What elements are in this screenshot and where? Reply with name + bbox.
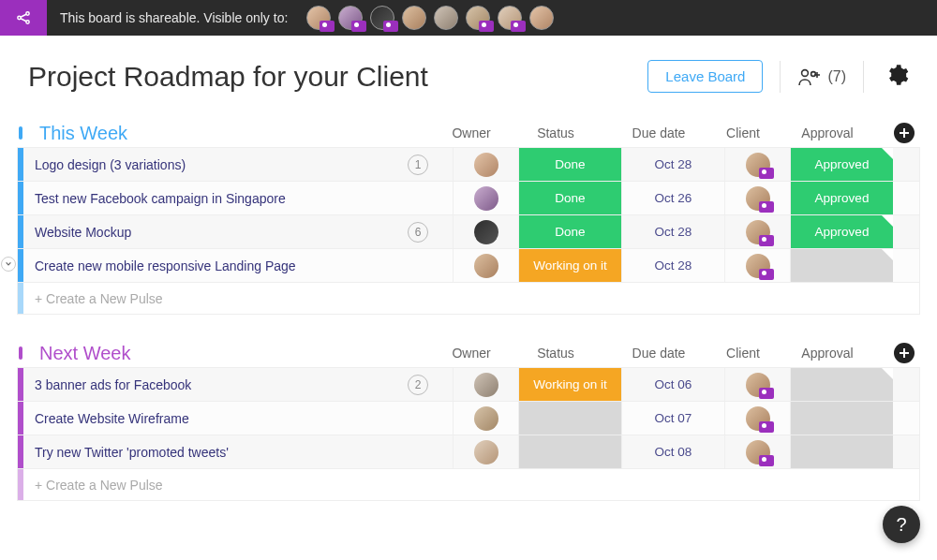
member-count: (7) — [827, 68, 846, 85]
board-header: Project Roadmap for your Client Leave Bo… — [0, 36, 937, 93]
share-icon[interactable] — [0, 0, 47, 36]
owner-avatar — [474, 220, 498, 244]
due-date-cell[interactable]: Oct 06 — [621, 368, 724, 401]
status-cell[interactable]: Done — [518, 215, 621, 248]
share-avatar[interactable] — [498, 6, 522, 30]
column-header-due[interactable]: Due date — [607, 346, 710, 361]
table-row[interactable]: Website Mockup6DoneOct 28Approved — [18, 214, 919, 248]
task-name[interactable]: Logo design (3 variations)1 — [23, 148, 453, 181]
status-cell[interactable] — [518, 435, 621, 468]
due-date-cell[interactable]: Oct 26 — [621, 182, 724, 214]
client-cell[interactable] — [724, 148, 790, 181]
add-column-button[interactable] — [894, 343, 915, 363]
table-row[interactable]: 3 banner ads for Facebook2Working on itO… — [18, 367, 919, 401]
approval-cell[interactable]: Approved — [790, 215, 893, 248]
client-cell[interactable] — [724, 249, 790, 282]
client-avatar — [746, 373, 770, 397]
task-name[interactable]: Create Website Wireframe — [23, 402, 453, 435]
column-header-client[interactable]: Client — [710, 125, 776, 140]
due-date-cell[interactable]: Oct 28 — [621, 249, 724, 282]
collapse-toggle[interactable] — [1, 257, 16, 272]
column-headers: OwnerStatusDue dateClientApproval — [439, 343, 920, 363]
new-pulse-input[interactable]: + Create a New Pulse — [23, 283, 919, 314]
owner-cell[interactable] — [453, 435, 518, 468]
owner-cell[interactable] — [453, 402, 518, 435]
invite-members-button[interactable]: (7) — [797, 66, 846, 87]
due-date-cell[interactable]: Oct 07 — [621, 402, 724, 435]
owner-cell[interactable] — [453, 148, 518, 181]
new-pulse-row[interactable]: + Create a New Pulse — [18, 468, 919, 500]
status-cell[interactable] — [518, 402, 621, 435]
group-header: This WeekOwnerStatusDue dateClientApprov… — [17, 119, 920, 147]
owner-avatar — [474, 153, 498, 177]
table-row[interactable]: Try new Twitter 'promoted tweets'Oct 08 — [18, 435, 919, 468]
owner-cell[interactable] — [453, 182, 518, 214]
column-header-status[interactable]: Status — [504, 346, 607, 361]
task-name[interactable]: Test new Facebook campaign in Singapore — [23, 182, 453, 214]
approval-cell[interactable]: Approved — [790, 182, 893, 214]
group-drag-handle[interactable] — [19, 126, 22, 140]
group-drag-handle[interactable] — [19, 346, 22, 360]
share-avatar[interactable] — [466, 6, 490, 30]
due-date-cell[interactable]: Oct 28 — [621, 148, 724, 181]
approval-cell[interactable] — [790, 368, 893, 401]
share-avatar[interactable] — [529, 6, 554, 30]
owner-cell[interactable] — [453, 368, 518, 401]
help-button[interactable]: ? — [883, 506, 920, 525]
due-date-cell[interactable]: Oct 28 — [621, 215, 724, 248]
comment-count-badge[interactable]: 1 — [408, 155, 428, 175]
column-header-approval[interactable]: Approval — [776, 125, 879, 140]
client-cell[interactable] — [724, 402, 790, 435]
task-name[interactable]: Try new Twitter 'promoted tweets' — [23, 435, 453, 468]
add-column-button[interactable] — [894, 123, 915, 143]
leave-board-button[interactable]: Leave Board — [647, 60, 763, 93]
share-avatar[interactable] — [434, 6, 458, 30]
approval-cell[interactable]: Approved — [790, 148, 893, 181]
new-pulse-row[interactable]: + Create a New Pulse — [18, 282, 919, 314]
task-name[interactable]: Create new mobile responsive Landing Pag… — [23, 249, 453, 282]
status-cell[interactable]: Done — [518, 182, 621, 214]
client-avatar — [746, 186, 770, 211]
group-title[interactable]: This Week — [39, 123, 127, 144]
table-row[interactable]: Create Website WireframeOct 07 — [18, 401, 919, 435]
share-avatar[interactable] — [338, 6, 363, 30]
share-avatar[interactable] — [402, 6, 426, 30]
table-row[interactable]: Test new Facebook campaign in SingaporeD… — [18, 181, 919, 214]
approval-cell[interactable] — [790, 249, 893, 282]
approval-cell[interactable] — [790, 402, 893, 435]
share-avatar[interactable] — [370, 6, 394, 30]
column-header-approval[interactable]: Approval — [776, 346, 879, 361]
column-header-client[interactable]: Client — [710, 346, 776, 361]
share-avatar[interactable] — [306, 6, 331, 30]
status-cell[interactable]: Working on it — [518, 249, 621, 282]
comment-count-badge[interactable]: 2 — [408, 375, 428, 395]
owner-avatar — [474, 406, 498, 431]
table-row[interactable]: Create new mobile responsive Landing Pag… — [18, 248, 919, 282]
settings-button[interactable] — [885, 63, 909, 91]
status-cell[interactable]: Working on it — [518, 368, 621, 401]
task-name[interactable]: Website Mockup6 — [23, 215, 453, 248]
task-name[interactable]: 3 banner ads for Facebook2 — [23, 368, 453, 401]
client-avatar — [746, 406, 770, 431]
client-cell[interactable] — [724, 182, 790, 214]
client-cell[interactable] — [724, 215, 790, 248]
status-cell[interactable]: Done — [518, 148, 621, 181]
column-header-due[interactable]: Due date — [607, 125, 710, 140]
share-avatars — [299, 6, 554, 30]
column-header-owner[interactable]: Owner — [439, 125, 504, 140]
client-cell[interactable] — [724, 435, 790, 468]
comment-count-badge[interactable]: 6 — [408, 222, 428, 243]
column-header-owner[interactable]: Owner — [439, 346, 504, 361]
due-date-cell[interactable]: Oct 08 — [621, 435, 724, 468]
client-cell[interactable] — [724, 368, 790, 401]
table-row[interactable]: Logo design (3 variations)1DoneOct 28App… — [18, 147, 919, 181]
owner-cell[interactable] — [453, 215, 518, 248]
group-title[interactable]: Next Week — [39, 343, 130, 364]
svg-rect-10 — [900, 132, 909, 134]
approval-cell[interactable] — [790, 435, 893, 468]
svg-point-1 — [26, 12, 29, 15]
new-pulse-input[interactable]: + Create a New Pulse — [23, 469, 919, 500]
owner-cell[interactable] — [453, 249, 518, 282]
column-header-status[interactable]: Status — [504, 125, 607, 140]
group-rows: 3 banner ads for Facebook2Working on itO… — [17, 367, 920, 501]
